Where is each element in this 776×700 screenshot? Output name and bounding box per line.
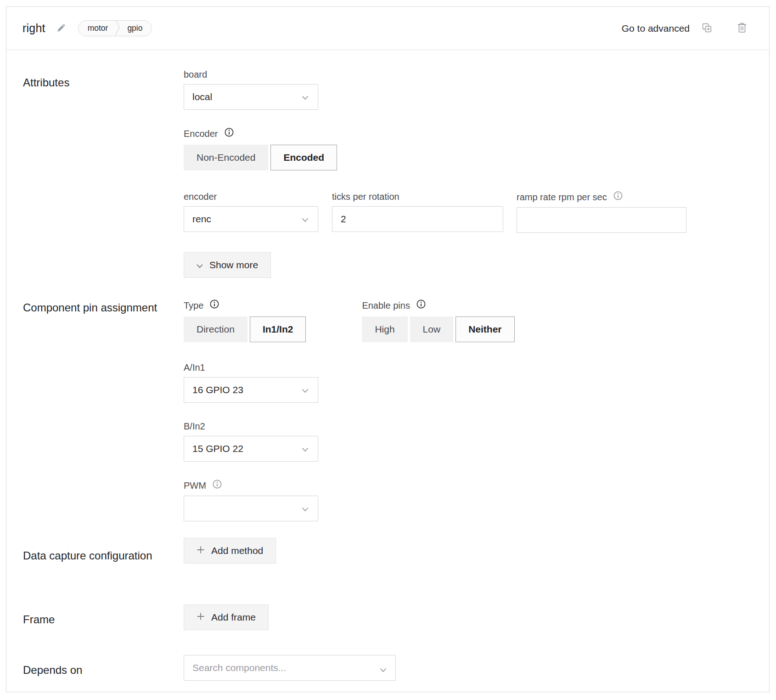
- depends-on-search-input[interactable]: [184, 655, 396, 681]
- pin-toggles-row: Type Direction In1/In2 Enable pins: [184, 299, 748, 342]
- depends-on-field: [184, 655, 396, 681]
- encoder-params-row: encoder renc ticks per rotation: [184, 191, 748, 233]
- encoder-label: encoder: [184, 191, 318, 203]
- component-config-body: Attributes board local Encoder: [6, 68, 769, 697]
- enable-pins-label-row: Enable pins: [362, 299, 514, 312]
- show-more-label: Show more: [209, 260, 258, 271]
- encoder-mode-toggle: Non-Encoded Encoded: [184, 145, 748, 170]
- a-in1-select-value: 16 GPIO 23: [192, 384, 243, 395]
- pencil-icon: [56, 22, 67, 35]
- plus-icon: [197, 612, 205, 623]
- show-more-button[interactable]: Show more: [184, 252, 271, 278]
- encoder-mode-label: Encoder: [184, 128, 218, 140]
- chevron-down-icon: [302, 503, 309, 514]
- go-to-advanced-link[interactable]: Go to advanced: [622, 23, 690, 34]
- enable-pins-toggle: High Low Neither: [362, 316, 514, 342]
- chevron-down-icon: [302, 384, 309, 395]
- depends-on-section: Depends on: [23, 655, 748, 681]
- encoder-mode-label-row: Encoder: [184, 127, 748, 140]
- encoder-field: encoder renc: [184, 191, 318, 233]
- enable-pins-field: Enable pins High Low Neither: [362, 299, 514, 342]
- info-icon[interactable]: [224, 127, 234, 140]
- board-label: board: [184, 68, 748, 80]
- b-in2-select-value: 15 GPIO 22: [192, 443, 243, 454]
- ticks-per-rotation-label: ticks per rotation: [332, 191, 503, 203]
- board-select[interactable]: local: [184, 84, 318, 110]
- frame-section-label: Frame: [23, 604, 184, 630]
- chevron-down-icon: [302, 443, 309, 454]
- add-method-label: Add method: [211, 545, 263, 556]
- b-in2-label: B/In2: [184, 420, 748, 432]
- toggle-option-neither[interactable]: Neither: [455, 316, 514, 342]
- board-field: board local: [184, 68, 748, 110]
- a-in1-select[interactable]: 16 GPIO 23: [184, 377, 318, 403]
- ticks-per-rotation-field: ticks per rotation: [332, 191, 503, 233]
- info-icon-gray[interactable]: [613, 191, 623, 203]
- duplicate-button[interactable]: [701, 22, 713, 35]
- chevron-down-icon: [197, 260, 203, 271]
- plus-icon: [197, 545, 205, 556]
- type-label: Type: [184, 299, 203, 311]
- info-icon[interactable]: [209, 299, 219, 312]
- type-toggle: Direction In1/In2: [184, 316, 306, 342]
- delete-button[interactable]: [736, 22, 748, 35]
- a-in1-field: A/In1 16 GPIO 23: [184, 361, 748, 403]
- add-frame-button[interactable]: Add frame: [184, 604, 269, 630]
- toggle-option-high[interactable]: High: [362, 316, 407, 342]
- pwm-field: PWM: [184, 479, 748, 521]
- depends-on-section-label: Depends on: [23, 655, 184, 681]
- toggle-option-direction[interactable]: Direction: [184, 316, 247, 342]
- pwm-label-row: PWM: [184, 479, 748, 492]
- pwm-label: PWM: [184, 480, 206, 491]
- b-in2-field: B/In2 15 GPIO 22: [184, 420, 748, 462]
- info-icon[interactable]: [416, 299, 426, 312]
- toggle-option-low[interactable]: Low: [410, 316, 454, 342]
- b-in2-select[interactable]: 15 GPIO 22: [184, 436, 318, 462]
- attributes-section: Attributes board local Encoder: [23, 68, 748, 278]
- enable-pins-label: Enable pins: [362, 299, 410, 311]
- pwm-select[interactable]: [184, 496, 318, 521]
- component-model: gpio: [120, 23, 152, 33]
- info-icon-gray[interactable]: [212, 479, 222, 492]
- toggle-option-encoded[interactable]: Encoded: [270, 145, 337, 170]
- badge-divider-chevron: [115, 20, 120, 36]
- bottom-spacer: [23, 681, 748, 697]
- header-actions: Go to advanced: [622, 22, 748, 35]
- a-in1-label: A/In1: [184, 361, 748, 373]
- frame-section: Frame Add frame: [23, 604, 748, 630]
- add-method-button[interactable]: Add method: [184, 538, 276, 564]
- component-type: motor: [79, 23, 115, 33]
- component-card: right motor gpio Go to advanced: [6, 6, 770, 692]
- type-model-badge: motor gpio: [78, 20, 152, 36]
- board-select-value: local: [192, 91, 212, 102]
- data-capture-section: Data capture configuration Add method: [23, 538, 748, 564]
- chevron-down-icon: [302, 91, 309, 102]
- pin-assignment-section: Component pin assignment Type Direction …: [23, 299, 748, 521]
- toggle-option-non-encoded[interactable]: Non-Encoded: [184, 145, 268, 170]
- type-label-row: Type: [184, 299, 306, 312]
- trash-icon: [736, 22, 748, 35]
- edit-name-button[interactable]: [56, 22, 67, 35]
- duplicate-icon: [701, 22, 713, 35]
- ramp-rate-input[interactable]: [517, 207, 686, 233]
- type-field: Type Direction In1/In2: [184, 299, 306, 342]
- chevron-down-icon: [302, 214, 309, 225]
- add-frame-label: Add frame: [211, 612, 256, 623]
- ticks-per-rotation-input[interactable]: [332, 206, 503, 232]
- component-header: right motor gpio Go to advanced: [6, 7, 769, 50]
- ramp-rate-label: ramp rate rpm per sec: [517, 191, 607, 203]
- ramp-rate-label-row: ramp rate rpm per sec: [517, 191, 686, 203]
- encoder-select[interactable]: renc: [184, 206, 318, 232]
- data-capture-section-label: Data capture configuration: [23, 538, 184, 564]
- toggle-option-in1-in2[interactable]: In1/In2: [250, 316, 306, 342]
- pin-assignment-section-label: Component pin assignment: [23, 299, 184, 521]
- component-name: right: [22, 22, 45, 35]
- encoder-select-value: renc: [192, 214, 211, 225]
- attributes-section-label: Attributes: [23, 68, 184, 278]
- ramp-rate-field: ramp rate rpm per sec: [517, 191, 686, 233]
